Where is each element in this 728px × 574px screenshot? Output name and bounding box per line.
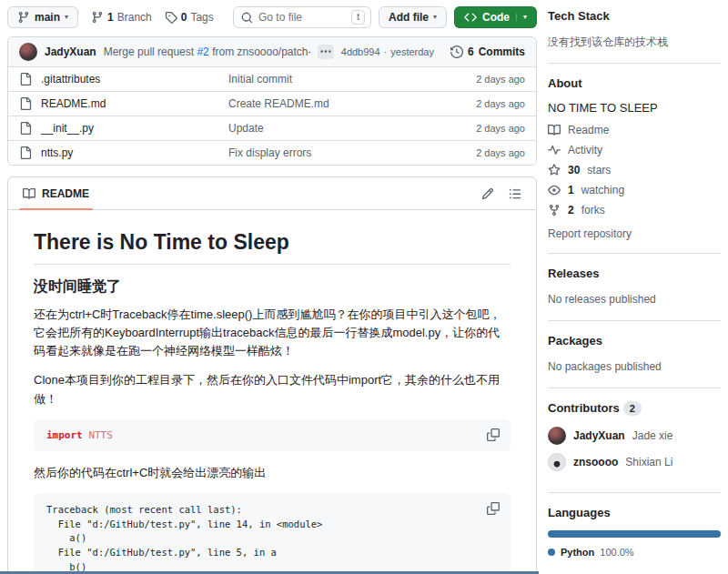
file-icon bbox=[19, 146, 32, 159]
list-item[interactable]: JadyXuan Jade xie bbox=[548, 427, 721, 445]
about-activity-link[interactable]: Activity bbox=[548, 144, 721, 156]
commit-sha[interactable]: 4ddb994 bbox=[341, 46, 380, 57]
language-percent: 100.0% bbox=[600, 547, 633, 558]
sidebar: Tech Stack 没有找到该仓库的技术栈 About NO TIME TO … bbox=[548, 9, 721, 570]
languages-title: Languages bbox=[548, 506, 721, 519]
about-section: About NO TIME TO SLEEP Readme Activity 3… bbox=[548, 76, 721, 254]
commit-ellipsis-button[interactable] bbox=[318, 45, 334, 59]
file-name-link[interactable]: __init__.py bbox=[41, 122, 228, 135]
language-legend-item[interactable]: Python 100.0% bbox=[548, 547, 721, 558]
language-color-dot bbox=[548, 549, 555, 556]
commits-count: 6 bbox=[468, 45, 474, 58]
language-bar[interactable] bbox=[548, 530, 721, 538]
releases-section: Releases No releases published bbox=[548, 267, 721, 321]
search-input[interactable] bbox=[258, 11, 346, 24]
file-commit-message[interactable]: Create README.md bbox=[228, 97, 476, 110]
code-module: NTTS bbox=[88, 429, 113, 441]
search-icon bbox=[241, 12, 253, 24]
pencil-icon[interactable] bbox=[481, 187, 494, 200]
forks-label: forks bbox=[581, 204, 605, 217]
meta-separator: · bbox=[384, 46, 388, 57]
repo-toolbar: main ▾ 1 Branch 0 Tags bbox=[7, 5, 537, 29]
table-row[interactable]: __init__.py Update 2 days ago bbox=[8, 116, 536, 140]
tag-icon bbox=[165, 11, 177, 24]
pr-link[interactable]: #2 bbox=[197, 45, 208, 58]
packages-section: Packages No packages published bbox=[548, 334, 721, 388]
packages-title[interactable]: Packages bbox=[548, 334, 721, 347]
list-item[interactable]: znsoooo Shixian Li bbox=[548, 453, 721, 471]
readme-section-heading: 没时间睡觉了 bbox=[34, 277, 511, 297]
commit-history-link[interactable]: 6 Commits bbox=[450, 45, 525, 58]
tech-stack-empty-text: 没有找到该仓库的技术栈 bbox=[548, 34, 721, 50]
releases-title[interactable]: Releases bbox=[548, 267, 721, 280]
packages-empty-text: No packages published bbox=[548, 358, 721, 375]
code-keyword: import bbox=[46, 429, 83, 441]
fork-icon bbox=[548, 204, 561, 217]
commit-message[interactable]: Merge pull request #2 from znsoooo/patch… bbox=[104, 45, 310, 58]
table-row[interactable]: .gitattributes Initial commit 2 days ago bbox=[8, 66, 536, 91]
file-commit-date: 2 days ago bbox=[476, 98, 525, 109]
avatar[interactable] bbox=[548, 427, 566, 445]
commit-author-avatar[interactable] bbox=[19, 43, 37, 61]
forks-count: 2 bbox=[568, 204, 574, 217]
about-stars-link[interactable]: 30 stars bbox=[548, 164, 721, 176]
eye-icon bbox=[548, 184, 561, 196]
file-name-link[interactable]: .gitattributes bbox=[41, 73, 228, 86]
copy-button[interactable] bbox=[485, 427, 501, 443]
file-name-link[interactable]: README.md bbox=[41, 97, 228, 110]
contributor-username[interactable]: JadyXuan bbox=[573, 429, 625, 442]
repo-description: NO TIME TO SLEEP bbox=[548, 101, 721, 115]
add-file-button[interactable]: Add file ▾ bbox=[379, 6, 447, 28]
star-icon bbox=[548, 164, 561, 176]
file-icon bbox=[19, 97, 32, 110]
outline-list-icon[interactable] bbox=[509, 187, 521, 200]
readme-paragraph: Clone本项目到你的工程目录下，然后在你的入口文件代码中import它，其余的… bbox=[34, 371, 511, 408]
stars-label: stars bbox=[587, 164, 611, 176]
file-commit-date: 2 days ago bbox=[476, 123, 525, 134]
readme-tab-label: README bbox=[42, 187, 89, 200]
file-commit-message[interactable]: Update bbox=[228, 122, 476, 135]
languages-section: Languages Python 100.0% bbox=[548, 506, 721, 570]
about-readme-link[interactable]: Readme bbox=[548, 124, 721, 136]
table-row[interactable]: README.md Create README.md 2 days ago bbox=[8, 91, 536, 116]
go-to-file-search[interactable]: t bbox=[233, 6, 371, 28]
contributor-fullname: Shixian Li bbox=[625, 456, 672, 468]
chevron-down-icon: ▾ bbox=[433, 14, 437, 21]
readme-paragraph: 还在为ctrl+C时Traceback停在time.sleep()上而感到尴尬吗… bbox=[34, 306, 511, 360]
readme-card: README There is No Time to Sleep 没时间睡觉了 … bbox=[7, 176, 537, 574]
commit-author[interactable]: JadyXuan bbox=[45, 45, 96, 58]
branches-link[interactable]: 1 Branch bbox=[91, 11, 152, 24]
branch-name: main bbox=[35, 11, 60, 24]
contributor-username[interactable]: znsoooo bbox=[573, 456, 618, 468]
code-block-traceback: Traceback (most recent call last): File … bbox=[34, 493, 511, 574]
branch-selector-button[interactable]: main ▾ bbox=[7, 6, 78, 28]
avatar[interactable] bbox=[548, 453, 566, 471]
report-repository-link[interactable]: Report repository bbox=[548, 227, 721, 240]
about-forks-link[interactable]: 2 forks bbox=[548, 204, 721, 217]
copy-button[interactable] bbox=[485, 500, 501, 517]
git-branch-icon bbox=[91, 11, 104, 24]
commit-meta: 4ddb994 · yesterday bbox=[341, 46, 434, 57]
history-icon bbox=[450, 45, 463, 58]
tab-readme[interactable]: README bbox=[23, 177, 89, 209]
watching-label: watching bbox=[581, 184, 624, 196]
chevron-down-icon: ▾ bbox=[65, 14, 68, 21]
file-name-link[interactable]: ntts.py bbox=[41, 146, 228, 159]
main-column: main ▾ 1 Branch 0 Tags bbox=[7, 5, 537, 574]
table-row[interactable]: ntts.py Fix display errors 2 days ago bbox=[8, 140, 536, 165]
file-icon bbox=[19, 122, 32, 135]
tags-link[interactable]: 0 Tags bbox=[165, 11, 214, 24]
code-button[interactable]: Code ▾ bbox=[454, 6, 537, 28]
watching-count: 1 bbox=[568, 184, 574, 196]
file-icon bbox=[19, 73, 32, 86]
readme-paragraph: 然后你的代码在ctrl+C时就会给出漂亮的输出 bbox=[34, 464, 511, 482]
branches-label: Branch bbox=[117, 11, 152, 24]
readme-header-actions bbox=[481, 187, 521, 200]
book-icon bbox=[23, 187, 35, 200]
about-watching-link[interactable]: 1 watching bbox=[548, 184, 721, 196]
contributors-title[interactable]: Contributors2 bbox=[548, 401, 721, 416]
commit-time: yesterday bbox=[390, 46, 434, 57]
file-commit-message[interactable]: Initial commit bbox=[228, 73, 476, 86]
file-commit-message[interactable]: Fix display errors bbox=[228, 146, 476, 159]
language-name: Python bbox=[561, 547, 594, 558]
